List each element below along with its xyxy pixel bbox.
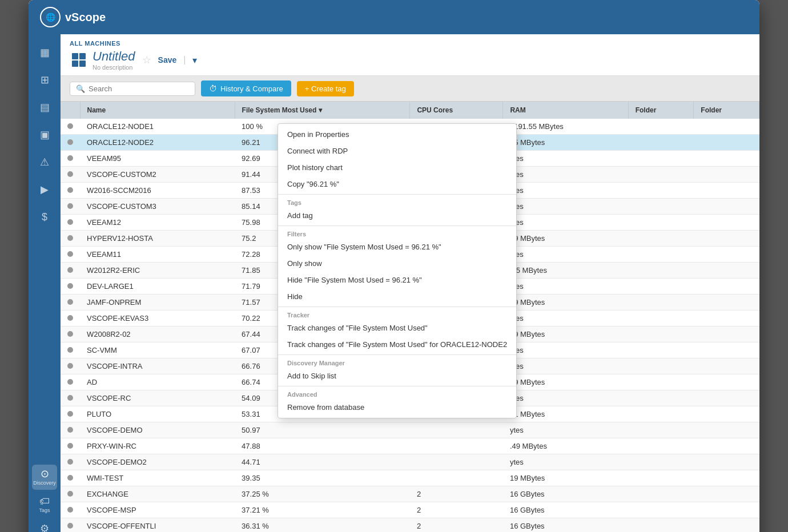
row-ram: ytes [503,247,628,263]
row-folder1 [628,183,694,199]
row-ram: ytes [503,183,628,199]
search-input[interactable] [89,84,189,93]
row-folder2 [694,374,759,390]
context-menu-item[interactable]: Only show [278,255,516,272]
row-ram: ytes [503,215,628,231]
row-folder1 [628,390,694,406]
col-folder2[interactable]: Folder [694,102,759,119]
row-cpu: 2 [410,518,503,533]
row-name: AD [80,374,235,390]
sidebar-item-play[interactable]: ▶ [32,177,57,202]
row-dot [61,199,80,215]
context-menu-item[interactable]: Only show "File System Most Used = 96.21… [278,239,516,255]
row-folder1 [628,215,694,231]
row-folder1 [628,247,694,263]
row-ram: 19 MBytes [503,231,628,247]
row-folder2 [694,438,759,454]
row-dot [61,518,80,533]
tags-icon: 🏷 [39,496,50,506]
row-folder2 [694,151,759,167]
row-name: VEEAM95 [80,151,235,167]
row-name: VSCOPE-CUSTOM2 [80,167,235,183]
row-dot [61,406,80,422]
table-row[interactable]: VSCOPE-MSP 37.21 % 2 16 GBytes [61,502,759,518]
row-dot [61,295,80,311]
table-row[interactable]: VSCOPE-DEMO2 44.71 ytes [61,454,759,470]
row-folder1 [628,502,694,518]
table-row[interactable]: VSCOPE-DEMO 50.97 ytes [61,422,759,438]
sidebar-item-bookmarks[interactable]: ▦ [32,40,57,65]
table-row[interactable]: EXCHANGE 37.25 % 2 16 GBytes [61,486,759,502]
table-row[interactable]: VSCOPE-OFFENTLI 36.31 % 2 16 GBytes [61,518,759,533]
table-row[interactable]: WMI-TEST 39.35 19 MBytes [61,470,759,486]
row-ram: ytes [503,422,628,438]
row-fs: 39.35 [235,470,410,486]
context-menu-section: Discovery Manager [278,357,516,368]
row-name: VSCOPE-MSP [80,502,235,518]
sidebar-item-dashboard[interactable]: ⊞ [32,67,57,92]
row-folder1 [628,518,694,533]
row-folder1 [628,119,694,135]
favorite-button[interactable]: ☆ [140,54,154,66]
context-menu-item[interactable]: Hide [278,288,516,305]
discovery-icon: ⊙ [41,469,49,479]
history-compare-button[interactable]: ⏱ History & Compare [201,80,291,96]
context-menu-item[interactable]: Remove from database [278,399,516,416]
context-menu-item[interactable]: Plot history chart [278,159,516,176]
row-name: VSCOPE-KEVAS3 [80,311,235,327]
dropdown-button[interactable]: ▾ [192,55,197,66]
search-box[interactable]: 🔍 [70,82,195,96]
row-folder1 [628,454,694,470]
context-menu-item[interactable]: Track changes of "File System Most Used" [278,320,516,336]
col-cpu[interactable]: CPU Cores [410,102,503,119]
row-dot [61,327,80,342]
row-ram: 19 MBytes [503,374,628,390]
history-label: History & Compare [220,84,283,93]
context-menu-item[interactable]: Open in Properties [278,126,516,143]
context-menu-item[interactable]: Hide "File System Most Used = 96.21 %" [278,272,516,288]
col-folder1[interactable]: Folder [628,102,694,119]
logo: 🌐 vScope [40,7,106,27]
sidebar-item-settings[interactable]: ⚙ Settings [32,519,57,532]
row-cpu [410,422,503,438]
context-menu-item[interactable]: Connect with RDP [278,143,516,159]
row-cpu: 2 [410,502,503,518]
row-name: VSCOPE-DEMO [80,422,235,438]
save-button[interactable]: Save [158,55,177,65]
sidebar-item-grid[interactable]: ▣ [32,122,57,147]
sidebar-item-table[interactable]: ▤ [32,95,57,120]
tags-label: Tags [39,507,50,513]
create-tag-label: + Create tag [305,84,346,93]
create-tag-button[interactable]: + Create tag [297,81,354,96]
col-name[interactable]: Name [80,102,235,119]
play-icon: ▶ [41,184,49,195]
context-menu-item[interactable]: Add to Skip list [278,368,516,384]
row-dot [61,342,80,358]
sidebar-item-discovery[interactable]: ⊙ Discovery [32,465,57,490]
row-fs: 37.21 % [235,502,410,518]
row-folder1 [628,470,694,486]
row-folder2 [694,390,759,406]
col-dot [61,102,80,119]
sidebar-item-alerts[interactable]: ⚠ [32,150,57,175]
table-row[interactable]: PRXY-WIN-RC 47.88 .49 MBytes [61,438,759,454]
sidebar-item-tags[interactable]: 🏷 Tags [32,492,57,517]
context-menu-section: Filters [278,228,516,239]
context-menu-item[interactable]: Copy "96.21 %" [278,176,516,192]
sidebar-item-cost[interactable]: $ [32,204,57,229]
context-menu-item[interactable]: Add tag [278,207,516,224]
row-ram: .49 MBytes [503,438,628,454]
dashboard-icon: ⊞ [41,75,49,85]
row-folder1 [628,279,694,295]
row-name: VEEAM12 [80,215,235,231]
breadcrumb: ALL MACHINES [70,40,750,47]
col-fs[interactable]: File System Most Used ▾ [235,102,410,119]
row-dot [61,119,80,135]
page-title: Untitled [93,49,135,64]
row-dot [61,390,80,406]
row-dot [61,470,80,486]
context-menu-item[interactable]: Track changes of "File System Most Used"… [278,336,516,353]
col-ram[interactable]: RAM [503,102,628,119]
row-folder2 [694,231,759,247]
row-folder1 [628,311,694,327]
